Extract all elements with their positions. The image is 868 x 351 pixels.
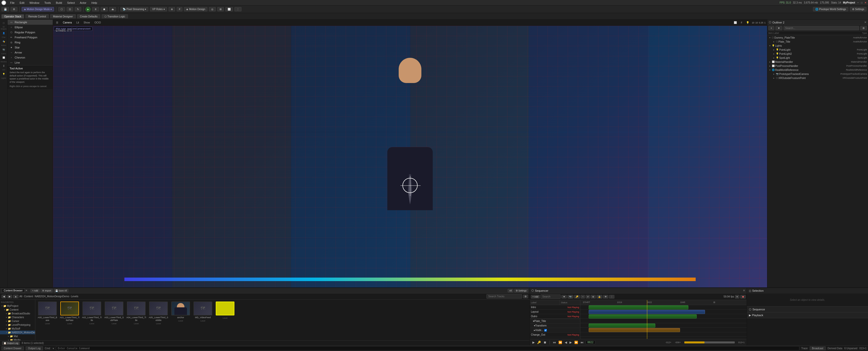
more-btn[interactable]: ⋮ xyxy=(235,7,242,11)
play-btn[interactable]: ▶ xyxy=(86,7,91,12)
world-settings-btn[interactable]: 🌐 Pixotope World Settings xyxy=(813,7,848,11)
cb-settings-btn[interactable]: ⚙ Settings xyxy=(514,289,528,292)
tool-freehand-polygon[interactable]: ✏ Freehand Polygon xyxy=(7,35,53,40)
asset-a02[interactable]: 🗺 A02_LowerThird_Title Level xyxy=(82,301,102,325)
asset-a03[interactable]: 🗺 A03_LowerThird_SubPlate Level xyxy=(104,301,124,325)
seq-track-outro[interactable]: Outro Not Playing xyxy=(530,314,580,319)
tool-regular-polygon[interactable]: ⬡ Regular Polygon xyxy=(7,30,53,35)
seq-grid-btn[interactable]: # xyxy=(586,295,590,298)
window-maximize[interactable]: □ xyxy=(861,1,863,4)
transport-back[interactable]: ◀ xyxy=(564,340,567,345)
menu-build[interactable]: Build xyxy=(55,1,63,5)
cb-tree-myproject[interactable]: ▾ 📁 MyProject xyxy=(0,304,35,308)
tab-transition-logic[interactable]: ⬡ Transition Logic xyxy=(102,14,128,19)
tree-item-lights[interactable]: ▾ 💡 Lights xyxy=(767,44,868,48)
cb-tree-broadcaststudio[interactable]: ▸ 📁 BroadcastStudio xyxy=(0,312,35,315)
tree-item-tracked-camera[interactable]: ▸ 📷 PrototypetTrackedCamera PrototypetTr… xyxy=(767,72,868,76)
tree-item-dummy-plate[interactable]: ▾ ⬡ Dummy_PlateTitle AvaMultiActor xyxy=(767,36,868,40)
snap-btn[interactable]: ⊕ xyxy=(168,7,175,11)
breadcrumb-content[interactable]: Content xyxy=(24,295,33,298)
cb-save-btn[interactable]: 💾 Save All xyxy=(54,289,68,292)
tree-item-spotlight[interactable]: ▸ 💡 SpotLight SpotLight xyxy=(767,56,868,60)
outliner-search-input[interactable] xyxy=(783,26,859,30)
cb-close-btn[interactable]: ✕ xyxy=(25,289,28,292)
seq-snap-btn[interactable]: ⊕ xyxy=(591,295,596,298)
tree-item-plate-title[interactable]: ▸ ⬡ Plate_Title AvaMultiActor xyxy=(767,40,868,44)
anim-btn[interactable]: ◎ xyxy=(209,7,216,11)
seq-track-transform[interactable]: ▾ Transform xyxy=(530,323,580,328)
grid-btn[interactable]: # xyxy=(177,7,183,11)
seq-camera-btn[interactable]: 📷 xyxy=(567,295,573,298)
tree-item-pointlight[interactable]: ▸ 💡 PointLight PointLight xyxy=(767,48,868,52)
controls-mode-btn[interactable]: 🎛 xyxy=(1,63,7,69)
render-btn[interactable]: ⬜ xyxy=(225,7,233,11)
shapes-mode-btn[interactable]: ⬡ xyxy=(1,20,7,26)
pixel-streaming-btn[interactable]: 📡 Pixel Streaming ▾ xyxy=(120,7,148,11)
tool-star[interactable]: ★ Star xyxy=(7,45,53,50)
tree-item-material-handler[interactable]: ▸ ⬜ MaterialHandler MaterialHandler xyxy=(767,60,868,64)
seq-track-intro[interactable]: Intro Not Playing xyxy=(530,305,580,310)
outliner-close[interactable]: ✕ xyxy=(864,21,867,24)
breadcrumb-all[interactable]: All xyxy=(20,295,22,298)
seq-lock-btn[interactable]: 🔒 xyxy=(596,295,602,298)
cb-tree-content[interactable]: ▾ 📁 Content xyxy=(0,308,35,312)
eject-btn[interactable]: ⏏ xyxy=(109,7,116,11)
menu-tools[interactable]: Tools xyxy=(43,1,52,5)
menu-file[interactable]: File xyxy=(9,1,16,5)
lights-mode-btn[interactable]: 💡 xyxy=(1,71,7,77)
asset-a05[interactable]: 🗺 A05_LowerThird_Subtitle Level xyxy=(148,301,168,325)
asset-md-videofeed[interactable]: 🗺 MD_VideoFeed Level xyxy=(193,301,213,325)
tool-ellipse[interactable]: ○ Ellipse xyxy=(7,25,53,30)
seq-clip-0[interactable] xyxy=(589,305,688,309)
window-minimize[interactable]: ─ xyxy=(857,1,859,4)
transport-next[interactable]: ⏩ xyxy=(574,340,579,345)
cb-nav-back[interactable]: ◀ xyxy=(1,295,6,298)
tool-line[interactable]: — Line xyxy=(7,60,53,65)
seq-clip-2[interactable] xyxy=(589,314,697,318)
rotate-btn[interactable]: ↻ xyxy=(75,7,81,11)
menu-help[interactable]: Help xyxy=(90,1,98,5)
tool-chevron[interactable]: › Chevron xyxy=(7,55,53,60)
motion-design-btn2[interactable]: ◈ Motion Design xyxy=(184,7,208,11)
cb-tree-media[interactable]: ▸ 📁 Media xyxy=(0,338,35,341)
seq-btn[interactable]: ⊞ xyxy=(217,7,224,11)
outliner-settings-btn[interactable]: ⚙ xyxy=(860,26,867,30)
tab-operator-stack[interactable]: Operator Stack xyxy=(1,14,24,19)
tree-item-realworld-ref[interactable]: ▾ 🌐 RealWorldReference RealWorldReferenc… xyxy=(767,68,868,72)
vp-roles-btn[interactable]: VP Roles ▾ xyxy=(150,7,167,11)
tool-ring[interactable]: ◎ Ring xyxy=(7,40,53,45)
cb-nav-forward[interactable]: ▶ xyxy=(7,295,12,298)
seq-key-btn[interactable]: 🔑 xyxy=(574,295,580,298)
vp-grid-btn[interactable]: # xyxy=(739,21,744,25)
seq-more-btn[interactable]: ⋮ xyxy=(609,295,614,298)
outliner-filter-btn[interactable]: ▼ xyxy=(775,26,782,30)
seq-search-input[interactable] xyxy=(540,294,561,299)
transform-btn[interactable]: ⬡ xyxy=(58,7,65,11)
save-btn[interactable]: 💾 xyxy=(1,7,9,11)
transport-play[interactable]: ▶ xyxy=(532,340,535,345)
seq-progress-bar[interactable] xyxy=(684,342,735,344)
tree-item-pointlight2[interactable]: ▸ 💡 PointLight2 PointLight xyxy=(767,52,868,56)
cb-filter-btn[interactable]: ⚙ xyxy=(523,295,528,298)
menu-select[interactable]: Select xyxy=(66,1,76,5)
asset-a01[interactable]: 🗺 A01_LowerThird_TitlePlate Level xyxy=(60,301,80,325)
stop-btn[interactable]: ⏹ xyxy=(101,7,108,11)
seq-curve-btn[interactable]: ~ xyxy=(581,295,585,298)
transport-start[interactable]: ⏮ xyxy=(552,340,556,345)
window-close[interactable]: ✕ xyxy=(865,1,867,4)
tab-material-designer[interactable]: Material Designer xyxy=(50,14,75,19)
cb-nav-up[interactable]: ▲ xyxy=(13,295,19,298)
motion-design-mode-btn[interactable]: ◈ Motion Design Mode ▾ xyxy=(22,7,54,11)
breadcrumb-nab[interactable]: NAB2024_MotionDesignDemo xyxy=(35,295,69,298)
settings-btn[interactable]: ⚙ xyxy=(10,7,18,11)
cb-output-log-btn[interactable]: 📋 Output Log xyxy=(2,342,20,345)
seq-clip-5[interactable] xyxy=(589,328,680,332)
console-tab-output-log[interactable]: Output Log xyxy=(26,347,43,350)
main-settings-btn[interactable]: ⚙ Settings xyxy=(850,7,867,11)
seq-fps-dropdown[interactable]: ▾ xyxy=(735,295,739,298)
cb-tree-mat[interactable]: ▸ 📁 Mat xyxy=(0,334,35,338)
transport-end[interactable]: ⏭ xyxy=(580,340,584,345)
transport-stop[interactable]: ⏹ xyxy=(543,340,547,345)
outliner-add-btn[interactable]: + xyxy=(768,26,774,30)
cb-all-btn[interactable]: All xyxy=(508,289,513,292)
